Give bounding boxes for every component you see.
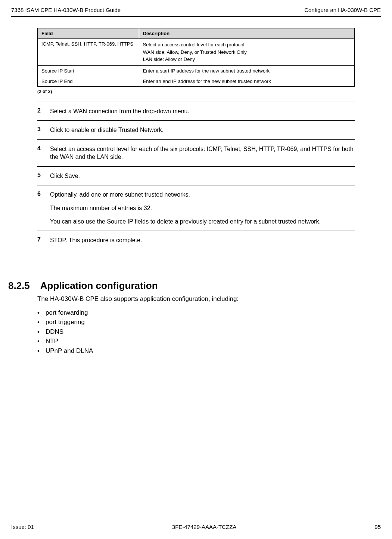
footer-doc-number: 3FE-47429-AAAA-TCZZA [172,524,237,530]
bullet-text: DDNS [46,327,63,337]
bullet-icon: • [37,308,46,318]
list-item: •DDNS [37,327,355,337]
footer-issue: Issue: 01 [11,524,34,530]
table-row: ICMP, Telnet, SSH, HTTP, TR-069, HTTPS S… [38,39,355,66]
bullet-text: port triggering [46,317,85,327]
desc-line: Select an access control level for each … [143,41,351,49]
bullet-icon: • [37,327,46,337]
desc-line: WAN side: Allow, Deny, or Trusted Networ… [143,49,351,56]
header-right: Configure an HA-030W-B CPE [304,7,381,13]
table-header-row: Field Description [38,28,355,39]
step: 6 Optionally, add one or more subnet tru… [37,185,355,231]
step-divider [37,250,355,250]
step: 4 Select an access control level for eac… [37,140,355,166]
bullet-text: NTP [46,336,58,346]
step-para: Optionally, add one or more subnet trust… [50,191,321,199]
cell-description: Enter a start IP address for the new sub… [139,65,354,76]
step-number: 2 [37,107,50,114]
bullet-icon: • [37,336,46,346]
header-divider [11,16,381,17]
step: 2 Select a WAN connection from the drop-… [37,102,355,121]
main-content: Field Description ICMP, Telnet, SSH, HTT… [37,28,355,355]
procedure-steps: 2 Select a WAN connection from the drop-… [37,102,355,250]
bullet-text: port forwarding [46,308,88,318]
section-title: Application configuration [40,280,158,291]
table-row: Source IP End Enter an end IP address fo… [38,76,355,86]
list-item: •port triggering [37,317,355,327]
list-item: •port forwarding [37,308,355,318]
step-text: Optionally, add one or more subnet trust… [50,191,321,225]
header-left: 7368 ISAM CPE HA-030W-B Product Guide [11,7,121,13]
column-description: Description [139,28,354,39]
step: 5 Click Save. [37,167,355,185]
cell-description: Select an access control level for each … [139,39,354,66]
section-number: 8.2.5 [8,280,30,291]
column-field: Field [38,28,139,39]
section-intro: The HA-030W-B CPE also supports applicat… [37,295,355,303]
step-number: 6 [37,191,50,197]
cell-field: Source IP End [38,76,139,86]
footer-page-number: 95 [374,524,381,530]
step-number: 5 [37,172,50,179]
section-heading: 8.2.5 Application configuration [8,280,355,292]
desc-line: LAN side: Allow or Deny [143,56,351,63]
step-text: Click to enable or disable Trusted Netwo… [50,126,164,134]
step-text: Click Save. [50,172,80,180]
step-text: Select a WAN connection from the drop-do… [50,107,189,116]
list-item: •NTP [37,336,355,346]
step-para: The maximum number of entries is 32. [50,204,321,212]
bullet-icon: • [37,317,46,327]
page-footer: Issue: 01 3FE-47429-AAAA-TCZZA 95 [11,524,381,530]
table-row: Source IP Start Enter a start IP address… [38,65,355,76]
bullet-text: UPnP and DLNA [46,346,93,356]
step-number: 3 [37,126,50,133]
page-header: 7368 ISAM CPE HA-030W-B Product Guide Co… [0,0,392,16]
field-description-table: Field Description ICMP, Telnet, SSH, HTT… [37,28,355,87]
section-application-config: 8.2.5 Application configuration The HA-0… [8,280,355,356]
cell-field: Source IP Start [38,65,139,76]
cell-description: Enter an end IP address for the new subn… [139,76,354,86]
table-caption: (2 of 2) [37,89,355,94]
step-number: 7 [37,236,50,243]
step-text: STOP. This procedure is complete. [50,236,142,244]
step: 3 Click to enable or disable Trusted Net… [37,121,355,139]
step-number: 4 [37,145,50,152]
step-para: You can also use the Source IP fields to… [50,218,321,226]
step-text: Select an access control level for each … [50,145,355,161]
step: 7 STOP. This procedure is complete. [37,231,355,250]
bullet-list: •port forwarding •port triggering •DDNS … [37,308,355,356]
cell-field: ICMP, Telnet, SSH, HTTP, TR-069, HTTPS [38,39,139,66]
bullet-icon: • [37,346,46,356]
list-item: •UPnP and DLNA [37,346,355,356]
